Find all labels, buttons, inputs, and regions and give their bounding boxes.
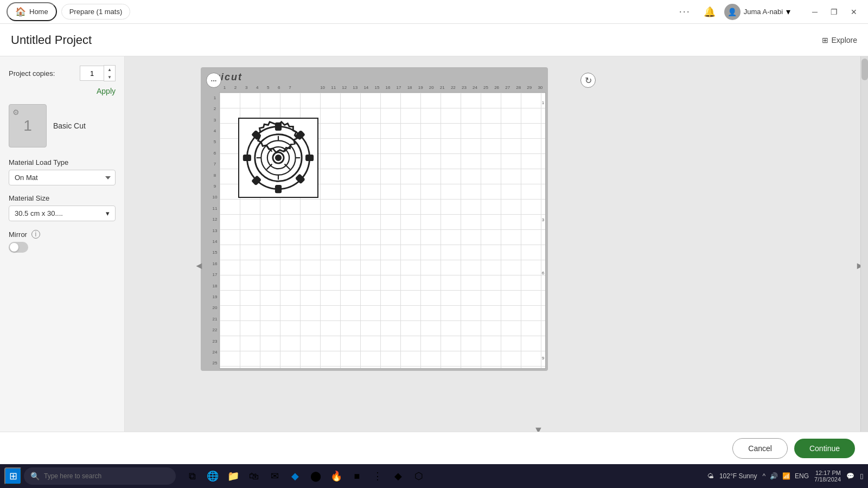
rotate-container: ↻ — [580, 73, 596, 88]
right-ruler-num: 3 — [539, 217, 547, 222]
window-controls: ─ ❐ ✕ — [808, 5, 861, 18]
taskbar-date: 7/18/2024 — [814, 476, 841, 483]
mirror-toggle[interactable] — [9, 242, 28, 253]
row-num: 18 — [210, 280, 219, 291]
row-num: 23 — [210, 336, 219, 346]
taskbar-clock[interactable]: 12:17 PM 7/18/2024 — [814, 470, 841, 483]
apply-button[interactable]: Apply — [97, 87, 116, 95]
row-num: 1 — [210, 92, 219, 103]
col-num: 7 — [284, 82, 295, 92]
col-num: 19 — [415, 82, 426, 92]
start-button[interactable]: ⊞ — [4, 467, 22, 485]
col-num — [307, 82, 317, 92]
show-desktop-icon[interactable]: ▯ — [860, 472, 864, 480]
taskbar-vscode[interactable]: ◆ — [285, 466, 305, 486]
explore-button[interactable]: ⊞ Explore — [822, 36, 857, 44]
row-num: 12 — [210, 214, 219, 224]
material-size-button[interactable]: 30.5 cm x 30.... ▾ — [9, 206, 116, 221]
svg-rect-7 — [244, 156, 251, 160]
taskbar-search-input[interactable] — [44, 472, 152, 480]
copies-input[interactable] — [80, 66, 104, 81]
more-options-button[interactable]: ··· — [675, 4, 695, 20]
taskbar-apps: ⧉ 🌐 📁 🛍 ✉ ◆ ⬤ 🔥 ■ ⋮ ◆ ⬡ — [182, 466, 429, 486]
main-area: Project copies: ▲ ▼ Apply ⚙ 1 Basic Cut … — [0, 56, 868, 464]
taskbar-arrow-icon[interactable]: ^ — [762, 472, 765, 480]
home-tab[interactable]: 🏠 Home — [7, 2, 57, 21]
col-num: 14 — [361, 82, 372, 92]
scrollbar-thumb-v[interactable] — [861, 59, 868, 80]
taskbar-app11[interactable]: ⬡ — [409, 466, 429, 486]
row-num: 16 — [210, 258, 219, 269]
taskbar-edge[interactable]: 🌐 — [203, 466, 222, 486]
scroll-left-arrow[interactable]: ◄ — [194, 260, 204, 272]
minimize-button[interactable]: ─ — [808, 5, 822, 18]
col-num — [295, 82, 306, 92]
right-ruler-num: 6 — [539, 271, 547, 275]
taskbar-store[interactable]: 🛍 — [244, 466, 264, 486]
bottom-action-bar: Cancel Continue — [0, 432, 868, 464]
mat-number: 1 — [23, 117, 32, 134]
row-num: 13 — [210, 225, 219, 236]
prepare-label: Prepare (1 mats) — [69, 8, 123, 16]
svg-rect-5 — [276, 124, 281, 130]
prepare-tab[interactable]: Prepare (1 mats) — [61, 4, 131, 20]
taskbar-chrome[interactable]: ⬤ — [306, 466, 326, 486]
copies-input-wrap: ▲ ▼ — [80, 65, 116, 81]
restore-button[interactable]: ❐ — [826, 5, 842, 18]
col-num: 15 — [372, 82, 382, 92]
row-num: 10 — [210, 192, 219, 203]
cancel-button[interactable]: Cancel — [732, 438, 788, 459]
mat-options-container: ··· — [206, 73, 221, 88]
gear-design[interactable] — [238, 118, 318, 198]
language-indicator: ENG — [795, 472, 809, 480]
col-num: 27 — [502, 82, 513, 92]
col-num: 5 — [263, 82, 273, 92]
home-label: Home — [29, 8, 48, 16]
mirror-info-icon[interactable]: i — [31, 230, 40, 239]
col-ruler: 1234567101112131415161718192021222324252… — [219, 82, 546, 92]
taskbar-app10[interactable]: ◆ — [388, 466, 408, 486]
taskbar-explorer[interactable]: 📁 — [224, 466, 243, 486]
svg-rect-8 — [307, 156, 313, 160]
vertical-scrollbar[interactable] — [860, 56, 868, 457]
taskbar-mail[interactable]: ✉ — [265, 466, 284, 486]
row-num: 15 — [210, 247, 219, 258]
rotate-button[interactable]: ↻ — [580, 73, 596, 88]
col-num: 25 — [481, 82, 492, 92]
row-num: 25 — [210, 358, 219, 369]
explore-icon: ⊞ — [822, 36, 828, 44]
mat-ellipsis-button[interactable]: ··· — [206, 73, 221, 88]
material-load-type-select[interactable]: On Mat Without Mat — [9, 170, 116, 185]
taskbar-app8[interactable]: ■ — [347, 466, 367, 486]
gear-svg — [239, 119, 317, 197]
network-icon[interactable]: 📶 — [782, 472, 790, 480]
taskbar-app9[interactable]: ⋮ — [368, 466, 387, 486]
title-bar-left: 🏠 Home Prepare (1 mats) — [7, 2, 675, 21]
copies-decrement-button[interactable]: ▼ — [104, 73, 115, 81]
search-icon: 🔍 — [30, 472, 40, 480]
row-num: 2 — [210, 103, 219, 114]
col-num: 4 — [252, 82, 263, 92]
row-num: 3 — [210, 114, 219, 125]
taskbar-task-view[interactable]: ⧉ — [182, 466, 202, 486]
continue-button[interactable]: Continue — [794, 439, 855, 458]
username-label: Juma A-nabi — [744, 8, 783, 16]
notification-bell-icon[interactable]: 🔔 — [704, 6, 716, 18]
row-num: 17 — [210, 269, 219, 280]
copies-increment-button[interactable]: ▲ — [104, 66, 115, 73]
volume-icon[interactable]: 🔊 — [770, 472, 778, 480]
right-ruler-num: 1 — [539, 100, 547, 105]
taskbar-app7[interactable]: 🔥 — [327, 466, 346, 486]
canvas-wrap: cricut 123456710111213141516171819202122… — [201, 67, 857, 442]
row-num: 5 — [210, 137, 219, 147]
row-num: 7 — [210, 158, 219, 169]
mat-label: Basic Cut — [53, 121, 86, 130]
sidebar: Project copies: ▲ ▼ Apply ⚙ 1 Basic Cut … — [0, 56, 125, 464]
material-size-chevron-icon: ▾ — [106, 209, 110, 217]
close-button[interactable]: ✕ — [846, 5, 861, 18]
taskbar-search-area[interactable]: 🔍 — [24, 467, 176, 485]
right-ruler-labels: 1369 — [539, 92, 547, 369]
user-area[interactable]: 👤 Juma A-nabi ▾ — [724, 4, 790, 20]
notification-icon[interactable]: 💬 — [846, 472, 854, 480]
row-num: 11 — [210, 203, 219, 214]
